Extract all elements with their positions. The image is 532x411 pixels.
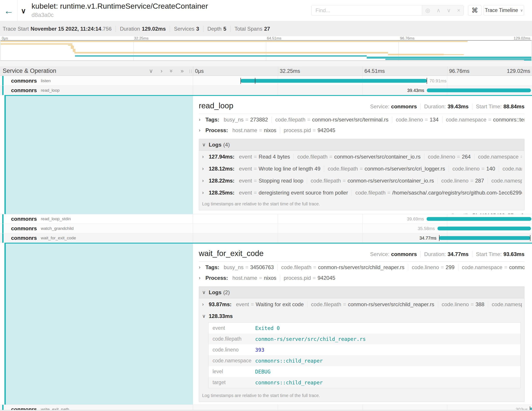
collapse-controls: ∨ › » » [149,68,184,74]
span-bar-lane[interactable]: 70.91ms [193,76,532,86]
span-bar-lane[interactable]: 39.43ms [193,86,532,95]
trace-summary-bar: Trace Start November 15 2022, 11:24:14.7… [0,21,532,36]
service-operation-header: Service & Operation ∨ › » » [0,66,193,76]
collapse-all-icon[interactable]: » [169,69,174,73]
span-bar[interactable] [439,236,531,240]
expander-icon[interactable]: › [199,127,205,133]
log-field: code.filepath=conmon-rs/server/src/conta… [294,154,424,160]
tags-list: busy_ns=34506763code.filepath=conmon-rs/… [220,264,524,270]
tag-kv: code.namespace=conmonrs::child_reap… [458,264,524,270]
total-spans-value: 27 [264,26,270,32]
divider [420,103,421,110]
find-target-icon[interactable]: ◎ [425,7,430,14]
log-entry[interactable]: › 127.94ms: event=Read 4 bytescode.filep… [199,151,524,163]
operation-name: listen [41,78,51,83]
detail-meta: Service:conmonrs Duration:34.77ms Start … [370,251,524,257]
logs-header[interactable]: ∨ Logs (2) [199,287,524,298]
process-row[interactable]: › Process: host.name=nixosprocess.pid=94… [199,126,524,135]
expander-icon[interactable]: › [199,117,205,123]
operation-name: read_loop [41,88,60,93]
span-row-listen[interactable]: conmonrs listen 70.91ms [0,76,532,86]
expander-icon[interactable]: › [199,275,205,281]
timeline-grid-header: Service & Operation ∨ › » » 0μs 32.25ms … [0,66,532,76]
operation-name: read_loop_stdin [41,216,71,221]
expand-one-icon[interactable]: › [161,68,162,74]
span-bar[interactable] [437,227,531,230]
minimap-canvas[interactable] [0,40,532,61]
find-clear-icon[interactable]: × [457,7,460,14]
depth-value: 5 [223,26,226,32]
detail-row-left-panel[interactable] [4,96,193,214]
divider [472,251,472,257]
log-entry[interactable]: › 128.12ms: event=Wrote log line of leng… [199,163,524,175]
expand-all-icon[interactable]: » [180,68,184,74]
keyboard-shortcuts-button[interactable]: ⌘ [468,5,481,16]
divider [170,26,170,32]
divider [472,103,472,110]
duration-label: Duration [120,26,140,32]
process-row[interactable]: › Process: host.name=nixosprocess.pid=94… [199,273,524,283]
span-row-wait-for-exit-code[interactable]: conmonrs wait_for_exit_code 34.77ms [0,233,532,243]
find-prev-icon[interactable]: ∧ [436,7,440,14]
span-duration-label: 39.69ms [407,216,427,222]
span-bar[interactable] [427,88,531,92]
log-field: code.filepath=conmon-rs/server/src/cri_l… [324,166,449,172]
log-entry[interactable]: › 93.87ms: event=Waiting for exit codeco… [199,298,524,310]
logs-box: ∨ Logs (4) › 127.94ms: event=Read 4 byte… [199,139,524,210]
expander-icon[interactable]: ∨ [202,313,209,319]
log-field: code.filepath=conmon-rs/server/src/child… [307,301,438,308]
service-name: conmonrs [11,78,37,84]
log-entry-header[interactable]: ∨ 128.33ms [199,310,524,321]
span-bar-lane[interactable]: 34.77ms [193,233,532,243]
tags-row[interactable]: › Tags: busy_ns=34506763code.filepath=co… [199,263,524,272]
minimap-tick-labels: 0μs 32.25ms 64.51ms 96.76ms 129.02ms [0,36,532,40]
find-input[interactable] [312,5,422,15]
expander-icon[interactable]: › [202,302,209,307]
log-field: event=deregistering event source from po… [235,190,352,196]
find-next-icon[interactable]: ∨ [447,7,451,14]
collapse-one-icon[interactable]: ∨ [149,68,153,74]
log-entry[interactable]: › 128.22ms: event=Stopping read loopcode… [199,175,524,187]
divider [230,26,230,32]
find-controls: ◎ ∧ ∨ × [422,5,464,15]
process-list: host.name=nixosprocess.pid=942045 [229,127,339,133]
logs-header[interactable]: ∨ Logs (4) [199,139,524,151]
back-button[interactable]: ← [0,0,18,21]
tag-kv: busy_ns=34506763 [220,264,277,270]
log-entry[interactable]: › 128.25ms: event=deregistering event so… [199,187,524,199]
tag-kv: code.namespace=conmonrs::terminal [442,117,524,123]
expander-icon[interactable]: › [202,178,209,184]
span-row-read-loop-stdin[interactable]: conmonrs read_loop_stdin 39.69ms [0,214,532,224]
expander-icon[interactable]: › [202,154,209,160]
log-field: code.namespace=conmonrs::co… [475,154,522,160]
detail-row-left-panel[interactable] [4,244,193,405]
table-row: level DEBUG [209,366,521,377]
span-row-read-loop[interactable]: conmonrs read_loop 39.43ms [0,86,532,95]
table-row: code.lineno 393 [209,344,521,355]
view-selector-button[interactable]: Trace Timeline ∨ [484,5,524,16]
span-bar-lane[interactable]: 39.69ms [193,214,532,224]
detail-meta: Service:conmonrs Duration:39.43ms Start … [370,103,524,110]
services-label: Services [174,26,194,32]
top-bar: ← ∨ kubelet: runtime.v1.RuntimeService/C… [0,0,532,21]
span-bar-lane[interactable]: 35.58ms [193,224,532,233]
tag-kv: code.filepath=conmon-rs/server/src/termi… [272,117,392,123]
column-resize-handle[interactable] [190,69,192,73]
trace-start-value: November 15 2022, 11:24:14.756 [31,26,112,32]
divider [203,26,203,32]
command-icon: ⌘ [471,6,478,14]
expander-icon[interactable]: › [199,264,205,270]
span-bar[interactable] [427,217,531,221]
page-title: kubelet: runtime.v1.RuntimeService/Creat… [31,2,208,10]
divider [199,114,524,114]
trace-title-collapse-chevron-icon[interactable]: ∨ [21,7,26,15]
find-box: ◎ ∧ ∨ × [311,5,464,16]
tags-row[interactable]: › Tags: busy_ns=273882code.filepath=conm… [199,115,524,125]
expander-icon[interactable]: › [202,190,209,196]
span-row-watch-grandchild[interactable]: conmonrs watch_grandchild 35.58ms [0,224,532,233]
process-list: host.name=nixosprocess.pid=942045 [229,275,339,281]
expander-icon[interactable]: › [202,166,209,172]
span-duration-label: 39.43ms [407,88,427,93]
span-bar[interactable] [240,79,427,83]
service-color-accent [2,86,4,95]
